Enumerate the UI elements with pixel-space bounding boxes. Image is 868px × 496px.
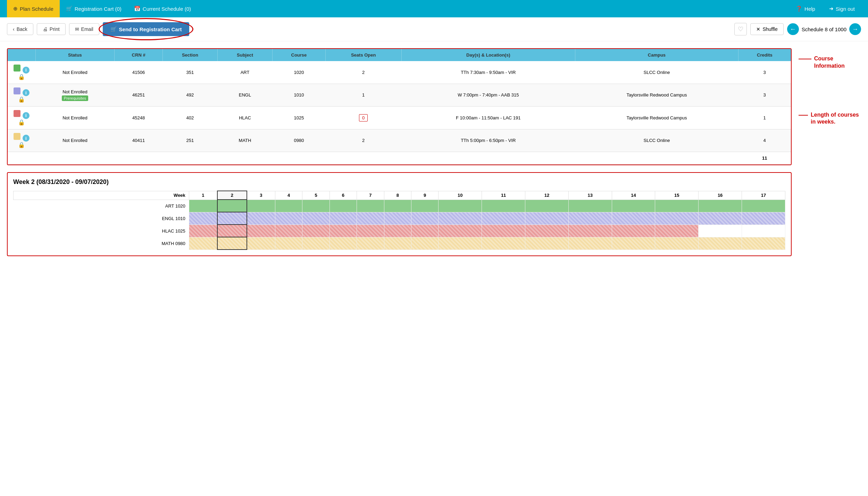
- length-annotation: Length of courses in weeks.: [799, 111, 861, 126]
- print-button[interactable]: 🖨 Print: [37, 23, 66, 35]
- email-label: Email: [81, 26, 93, 32]
- seats-3: 2: [325, 129, 401, 152]
- section-0: 351: [162, 61, 217, 84]
- week-cell-2-8: [384, 225, 411, 237]
- week-chart-container: Week 2 (08/31/2020 - 09/07/2020) Week123…: [7, 172, 792, 256]
- send-to-cart-label: Send to Registration Cart: [119, 26, 182, 32]
- status-2: Not Enrolled: [35, 107, 115, 129]
- week-col-header-16: 16: [699, 191, 742, 200]
- col-section: Section: [162, 49, 217, 61]
- nav-sign-out[interactable]: ➜ Sign out: [823, 0, 861, 17]
- week-cell-0-9: [411, 200, 439, 212]
- week-col-header-12: 12: [525, 191, 569, 200]
- nav-plan-schedule-label: Plan Schedule: [20, 6, 53, 12]
- days-loc-3: TTh 5:00pm - 6:50pm - VIR: [401, 129, 575, 152]
- status-1: Not Enrolled Prerequisites: [35, 84, 115, 107]
- total-row: 11: [8, 152, 791, 165]
- col-seats: Seats Open: [325, 49, 401, 61]
- subject-2: HLAC: [217, 107, 272, 129]
- row-icons-1: i 🔒: [8, 84, 35, 107]
- nav-plan-schedule[interactable]: ⊕ Plan Schedule: [7, 0, 60, 17]
- color-swatch-1: [14, 87, 20, 94]
- credits-1: 3: [738, 84, 791, 107]
- week-cell-3-2: [217, 237, 247, 250]
- email-button[interactable]: ✉ Email: [69, 23, 99, 35]
- next-schedule-button[interactable]: →: [849, 23, 861, 35]
- info-icon-1[interactable]: i: [23, 89, 30, 96]
- info-icon-2[interactable]: i: [23, 112, 30, 119]
- back-button[interactable]: ‹ Back: [7, 23, 33, 35]
- week-cell-1-15: [655, 212, 699, 225]
- col-color: [8, 49, 35, 61]
- send-to-cart-button[interactable]: 🛒 Send to Registration Cart: [103, 22, 190, 36]
- week-cell-3-14: [612, 237, 655, 250]
- week-col-header-17: 17: [742, 191, 785, 200]
- section-3: 251: [162, 129, 217, 152]
- course-info-arrow: [799, 59, 811, 59]
- week-cell-0-12: [525, 200, 569, 212]
- nav-help[interactable]: ❓ Help: [790, 0, 821, 17]
- week-cell-2-1: [189, 225, 217, 237]
- nav-help-label: Help: [804, 6, 815, 12]
- week-cell-2-11: [482, 225, 525, 237]
- row-icons-2: i 🔒: [8, 107, 35, 129]
- week-cell-1-12: [525, 212, 569, 225]
- week-cell-0-5: [302, 200, 329, 212]
- week-cell-3-3: [247, 237, 275, 250]
- week-cell-2-16: [699, 225, 742, 237]
- info-icon-3[interactable]: i: [23, 135, 30, 142]
- week-cell-0-13: [568, 200, 612, 212]
- length-arrow: [799, 115, 808, 116]
- table-header-row: Status CRN # Section Subject Course Seat…: [8, 49, 791, 61]
- week-col-header-2: 2: [217, 191, 247, 200]
- week-cell-0-15: [655, 200, 699, 212]
- week-cell-2-14: [612, 225, 655, 237]
- prev-schedule-button[interactable]: ←: [787, 23, 799, 35]
- top-navigation: ⊕ Plan Schedule 🛒 Registration Cart (0) …: [0, 0, 868, 17]
- nav-left: ⊕ Plan Schedule 🛒 Registration Cart (0) …: [7, 0, 790, 17]
- lock-icon-0[interactable]: 🔒: [18, 74, 25, 80]
- week-cell-1-3: [247, 212, 275, 225]
- week-course-label-2: HLAC 1025: [14, 225, 189, 237]
- week-col-header-10: 10: [439, 191, 482, 200]
- nav-current-schedule[interactable]: 📅 Current Schedule (0): [128, 0, 197, 17]
- main-content: Status CRN # Section Subject Course Seat…: [0, 41, 868, 263]
- week-cell-0-2: [217, 200, 247, 212]
- week-cell-0-10: [439, 200, 482, 212]
- course-1: 1010: [273, 84, 326, 107]
- lock-icon-3[interactable]: 🔒: [18, 142, 25, 148]
- row-icons-3: i 🔒: [8, 129, 35, 152]
- course-2: 1025: [273, 107, 326, 129]
- week-course-row-1: ENGL 1010: [14, 212, 785, 225]
- favorite-button[interactable]: ♡: [734, 23, 747, 35]
- schedule-counter: Schedule 8 of 1000: [802, 26, 846, 32]
- week-cell-3-9: [411, 237, 439, 250]
- campus-3: SLCC Online: [575, 129, 738, 152]
- nav-registration-cart[interactable]: 🛒 Registration Cart (0): [60, 0, 128, 17]
- course-info-label: Course Information: [814, 55, 861, 70]
- week-cell-0-1: [189, 200, 217, 212]
- shuffle-button[interactable]: ✕ Shuffle: [750, 23, 783, 35]
- lock-icon-2[interactable]: 🔒: [18, 119, 25, 125]
- week-cell-2-15: [655, 225, 699, 237]
- info-icon-0[interactable]: i: [23, 67, 30, 74]
- week-cell-3-10: [439, 237, 482, 250]
- shuffle-label: Shuffle: [762, 26, 777, 32]
- week-cell-0-8: [384, 200, 411, 212]
- week-cell-1-16: [699, 212, 742, 225]
- week-title: Week 2 (08/31/2020 - 09/07/2020): [13, 178, 785, 186]
- subject-1: ENGL: [217, 84, 272, 107]
- heart-icon: ♡: [738, 25, 743, 33]
- cart-icon: 🛒: [66, 6, 73, 12]
- week-cell-1-4: [275, 212, 302, 225]
- prereq-badge-1[interactable]: Prerequisites: [62, 95, 88, 101]
- nav-right: ❓ Help ➜ Sign out: [790, 0, 861, 17]
- week-course-row-0: ART 1020: [14, 200, 785, 212]
- lock-icon-1[interactable]: 🔒: [18, 96, 25, 102]
- week-cell-1-1: [189, 212, 217, 225]
- seats-zero-2: 0: [359, 114, 368, 121]
- course-info-annotation: Course Information: [799, 55, 861, 70]
- subject-0: ART: [217, 61, 272, 84]
- week-col-header-11: 11: [482, 191, 525, 200]
- seats-2: 0: [325, 107, 401, 129]
